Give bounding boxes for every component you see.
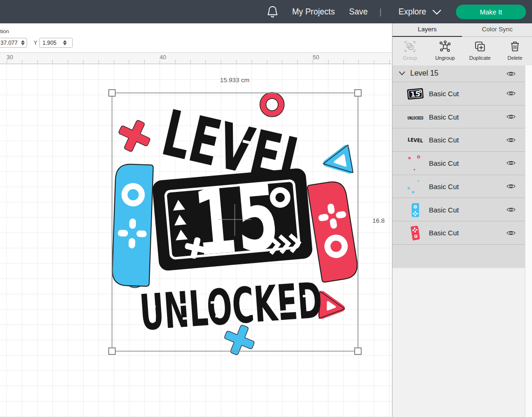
- layers-panel: Layers Color Sync Group Ungroup: [392, 23, 532, 417]
- thumb-console-15: 15: [406, 85, 424, 103]
- svg-text:LEVEL: LEVEL: [407, 137, 423, 144]
- thumb-red-joycon: [406, 224, 424, 242]
- position-y-input[interactable]: [42, 40, 62, 46]
- topbar-divider: |: [379, 0, 382, 23]
- group-chevron-down-icon[interactable]: [399, 71, 406, 76]
- thumb-red-confetti: [406, 155, 424, 172]
- visibility-eye-icon[interactable]: [506, 113, 516, 120]
- svg-text:15: 15: [410, 90, 420, 99]
- visibility-eye-icon[interactable]: [506, 90, 516, 97]
- position-y-field[interactable]: [39, 38, 73, 48]
- visibility-eye-icon[interactable]: [506, 183, 516, 190]
- position-label: ition: [0, 28, 9, 34]
- layer-row-blue-confetti[interactable]: Basic Cut: [392, 175, 532, 198]
- cricut-design-space-app: My Projects Save | Explore Make It ition…: [0, 0, 532, 417]
- make-it-button[interactable]: Make It: [456, 5, 526, 19]
- thumb-level-text: LEVEL: [406, 131, 424, 149]
- layer-group-name: Level 15: [410, 69, 439, 78]
- my-projects-link[interactable]: My Projects: [292, 0, 335, 23]
- tab-layers[interactable]: Layers: [392, 23, 462, 37]
- layer-row-red-joycon[interactable]: Basic Cut: [392, 221, 532, 245]
- visibility-eye-icon[interactable]: [506, 137, 516, 143]
- selection-handle-top-right[interactable]: [355, 90, 361, 96]
- explore-menu[interactable]: Explore: [399, 0, 426, 23]
- svg-text:UNLOCKED: UNLOCKED: [138, 271, 324, 341]
- thumb-blue-joycon: [406, 201, 424, 219]
- delete-icon: [509, 41, 521, 52]
- top-bar: My Projects Save | Explore Make It: [0, 0, 532, 23]
- panel-tabs: Layers Color Sync: [392, 23, 532, 37]
- ruler-mark-30: 30: [7, 54, 13, 61]
- layer-row-level-text[interactable]: LEVEL Basic Cut: [392, 128, 532, 152]
- position-x-field[interactable]: [0, 38, 27, 48]
- layer-row-console-15[interactable]: 15 Basic Cut: [392, 82, 532, 106]
- tab-color-sync[interactable]: Color Sync: [462, 23, 532, 37]
- layer-row-unlocked-text[interactable]: UNLOCKED Basic Cut: [392, 106, 532, 129]
- svg-text:15: 15: [189, 164, 282, 276]
- thumb-blue-confetti: [406, 178, 424, 196]
- selection-width-label: 15.933 cm: [220, 77, 249, 84]
- layer-row-red-confetti[interactable]: Basic Cut: [392, 152, 532, 175]
- red-joycon-shape[interactable]: [307, 180, 359, 283]
- unlocked-text[interactable]: UNLOCKED: [138, 271, 324, 341]
- console-15-shape[interactable]: 15: [151, 161, 314, 280]
- group-visibility-eye-icon[interactable]: [506, 71, 516, 77]
- visibility-eye-icon[interactable]: [506, 206, 516, 213]
- position-y-stepper[interactable]: [63, 40, 67, 45]
- explore-chevron-down-icon[interactable]: [432, 9, 441, 15]
- selection-handle-bottom-left[interactable]: [109, 348, 115, 354]
- selection-handle-top-left[interactable]: [109, 90, 115, 96]
- layer-row-blue-joycon[interactable]: Basic Cut: [392, 198, 532, 222]
- ungroup-icon: [439, 41, 451, 52]
- svg-text:UNLOCKED: UNLOCKED: [407, 116, 423, 120]
- save-link[interactable]: Save: [349, 0, 368, 23]
- design-canvas[interactable]: LEVEL 15: [0, 64, 392, 417]
- ruler-mark-50: 50: [313, 54, 319, 61]
- layer-tools: Group Ungroup Duplicate: [392, 37, 532, 65]
- ungroup-button[interactable]: Ungroup: [427, 37, 462, 65]
- horizontal-ruler: 30 40 50: [0, 52, 392, 64]
- blue-triangle-shape[interactable]: [321, 145, 353, 177]
- design-artwork[interactable]: LEVEL 15: [0, 64, 392, 417]
- delete-button[interactable]: Delete: [497, 37, 532, 65]
- group-icon: [404, 41, 416, 52]
- layer-list-scrollbar[interactable]: [525, 65, 532, 417]
- duplicate-icon: [474, 41, 486, 52]
- position-y-label: Y: [34, 40, 37, 46]
- red-ring-shape[interactable]: [260, 92, 284, 117]
- red-cross-shape[interactable]: [113, 115, 155, 157]
- visibility-eye-icon[interactable]: [506, 230, 516, 236]
- layer-list: Level 15 15: [392, 65, 532, 417]
- layer-group-level-15[interactable]: Level 15: [392, 65, 532, 82]
- selection-height-label: 16.8: [372, 217, 385, 224]
- duplicate-button[interactable]: Duplicate: [462, 37, 497, 65]
- position-x-input[interactable]: [0, 40, 20, 46]
- position-x-stepper[interactable]: [21, 40, 25, 45]
- blue-joycon-shape[interactable]: [112, 164, 153, 287]
- visibility-eye-icon[interactable]: [506, 160, 516, 166]
- ruler-mark-40: 40: [160, 54, 166, 61]
- selection-handle-bottom-right[interactable]: [355, 348, 361, 354]
- thumb-unlocked-text: UNLOCKED: [406, 108, 424, 126]
- notifications-bell-icon[interactable]: [267, 6, 278, 18]
- group-button[interactable]: Group: [392, 37, 427, 65]
- canvas-area: ition Y 30 40 50: [0, 23, 392, 417]
- position-toolbar: ition Y: [0, 23, 392, 52]
